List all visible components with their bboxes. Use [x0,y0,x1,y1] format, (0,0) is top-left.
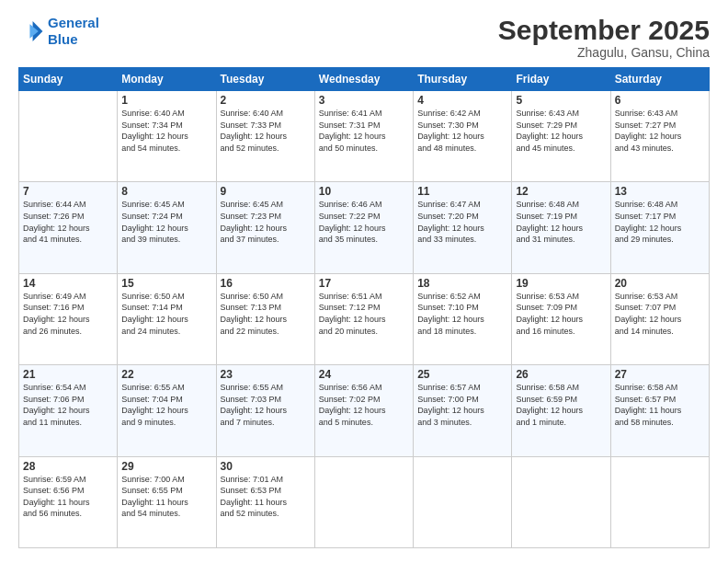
header-thursday: Thursday [414,68,512,91]
header-monday: Monday [118,68,216,91]
calendar-cell: 30Sunrise: 7:01 AM Sunset: 6:53 PM Dayli… [216,456,314,547]
calendar-cell: 25Sunrise: 6:57 AM Sunset: 7:00 PM Dayli… [414,365,512,456]
day-info: Sunrise: 7:01 AM Sunset: 6:53 PM Dayligh… [221,474,311,520]
header: General Blue September 2025 Zhagulu, Gan… [18,15,710,60]
calendar-cell [414,456,512,547]
day-info: Sunrise: 6:41 AM Sunset: 7:31 PM Dayligh… [319,108,409,154]
day-number: 5 [516,94,606,107]
calendar-cell: 20Sunrise: 6:53 AM Sunset: 7:07 PM Dayli… [610,273,709,364]
header-saturday: Saturday [610,68,709,91]
day-info: Sunrise: 6:45 AM Sunset: 7:23 PM Dayligh… [221,199,311,245]
day-info: Sunrise: 6:58 AM Sunset: 6:57 PM Dayligh… [615,382,705,428]
title-block: September 2025 Zhagulu, Gansu, China [498,15,710,60]
day-number: 26 [516,368,606,381]
calendar-cell: 16Sunrise: 6:50 AM Sunset: 7:13 PM Dayli… [216,273,314,364]
calendar-cell: 12Sunrise: 6:48 AM Sunset: 7:19 PM Dayli… [512,182,610,273]
week-row-4: 21Sunrise: 6:54 AM Sunset: 7:06 PM Dayli… [19,365,710,456]
logo: General Blue [18,15,99,48]
logo-line1: General [48,15,99,30]
calendar-cell: 4Sunrise: 6:42 AM Sunset: 7:30 PM Daylig… [414,91,512,182]
calendar-cell: 7Sunrise: 6:44 AM Sunset: 7:26 PM Daylig… [19,182,118,273]
week-row-2: 7Sunrise: 6:44 AM Sunset: 7:26 PM Daylig… [19,182,710,273]
day-number: 10 [319,185,409,198]
logo-icon [18,18,44,44]
calendar-cell: 3Sunrise: 6:41 AM Sunset: 7:31 PM Daylig… [314,91,413,182]
day-info: Sunrise: 6:43 AM Sunset: 7:27 PM Dayligh… [615,108,705,154]
calendar-cell: 28Sunrise: 6:59 AM Sunset: 6:56 PM Dayli… [19,456,118,547]
day-number: 18 [417,277,507,290]
calendar-cell: 1Sunrise: 6:40 AM Sunset: 7:34 PM Daylig… [118,91,216,182]
calendar-cell: 27Sunrise: 6:58 AM Sunset: 6:57 PM Dayli… [610,365,709,456]
calendar-body: 1Sunrise: 6:40 AM Sunset: 7:34 PM Daylig… [19,91,710,548]
day-number: 2 [221,94,311,107]
calendar-table: Sunday Monday Tuesday Wednesday Thursday… [18,67,710,548]
page: General Blue September 2025 Zhagulu, Gan… [0,0,728,563]
calendar-cell: 5Sunrise: 6:43 AM Sunset: 7:29 PM Daylig… [512,91,610,182]
calendar-cell: 19Sunrise: 6:53 AM Sunset: 7:09 PM Dayli… [512,273,610,364]
day-number: 20 [615,277,705,290]
week-row-5: 28Sunrise: 6:59 AM Sunset: 6:56 PM Dayli… [19,456,710,547]
day-info: Sunrise: 6:50 AM Sunset: 7:13 PM Dayligh… [221,291,311,337]
calendar-cell [610,456,709,547]
calendar-cell: 14Sunrise: 6:49 AM Sunset: 7:16 PM Dayli… [19,273,118,364]
calendar-cell: 29Sunrise: 7:00 AM Sunset: 6:55 PM Dayli… [118,456,216,547]
day-info: Sunrise: 6:54 AM Sunset: 7:06 PM Dayligh… [23,382,113,428]
day-number: 1 [121,94,211,107]
calendar-cell: 9Sunrise: 6:45 AM Sunset: 7:23 PM Daylig… [216,182,314,273]
day-number: 29 [121,460,211,473]
day-number: 14 [23,277,113,290]
day-number: 23 [221,368,311,381]
day-number: 24 [319,368,409,381]
day-info: Sunrise: 6:53 AM Sunset: 7:07 PM Dayligh… [615,291,705,337]
day-number: 9 [221,185,311,198]
day-number: 7 [23,185,113,198]
header-friday: Friday [512,68,610,91]
day-number: 6 [615,94,705,107]
day-info: Sunrise: 6:48 AM Sunset: 7:19 PM Dayligh… [516,199,606,245]
calendar-cell [19,91,118,182]
calendar-cell: 18Sunrise: 6:52 AM Sunset: 7:10 PM Dayli… [414,273,512,364]
calendar-cell: 21Sunrise: 6:54 AM Sunset: 7:06 PM Dayli… [19,365,118,456]
day-number: 25 [417,368,507,381]
logo-line2: Blue [48,31,78,47]
day-info: Sunrise: 6:42 AM Sunset: 7:30 PM Dayligh… [417,108,507,154]
day-info: Sunrise: 6:43 AM Sunset: 7:29 PM Dayligh… [516,108,606,154]
day-info: Sunrise: 7:00 AM Sunset: 6:55 PM Dayligh… [121,474,211,520]
header-sunday: Sunday [19,68,118,91]
month-title: September 2025 [498,15,710,45]
calendar-cell: 11Sunrise: 6:47 AM Sunset: 7:20 PM Dayli… [414,182,512,273]
calendar-cell [512,456,610,547]
day-info: Sunrise: 6:40 AM Sunset: 7:34 PM Dayligh… [121,108,211,154]
weekday-header-row: Sunday Monday Tuesday Wednesday Thursday… [19,68,710,91]
day-info: Sunrise: 6:47 AM Sunset: 7:20 PM Dayligh… [417,199,507,245]
day-info: Sunrise: 6:44 AM Sunset: 7:26 PM Dayligh… [23,199,113,245]
location-subtitle: Zhagulu, Gansu, China [498,45,710,60]
day-number: 8 [121,185,211,198]
day-number: 19 [516,277,606,290]
day-info: Sunrise: 6:50 AM Sunset: 7:14 PM Dayligh… [121,291,211,337]
day-number: 21 [23,368,113,381]
calendar-cell: 26Sunrise: 6:58 AM Sunset: 6:59 PM Dayli… [512,365,610,456]
day-number: 17 [319,277,409,290]
week-row-1: 1Sunrise: 6:40 AM Sunset: 7:34 PM Daylig… [19,91,710,182]
day-number: 28 [23,460,113,473]
header-wednesday: Wednesday [314,68,413,91]
day-number: 16 [221,277,311,290]
day-info: Sunrise: 6:58 AM Sunset: 6:59 PM Dayligh… [516,382,606,428]
day-number: 30 [221,460,311,473]
day-info: Sunrise: 6:40 AM Sunset: 7:33 PM Dayligh… [221,108,311,154]
day-info: Sunrise: 6:51 AM Sunset: 7:12 PM Dayligh… [319,291,409,337]
day-info: Sunrise: 6:57 AM Sunset: 7:00 PM Dayligh… [417,382,507,428]
day-number: 27 [615,368,705,381]
calendar-cell [314,456,413,547]
day-number: 3 [319,94,409,107]
calendar-cell: 6Sunrise: 6:43 AM Sunset: 7:27 PM Daylig… [610,91,709,182]
day-info: Sunrise: 6:45 AM Sunset: 7:24 PM Dayligh… [121,199,211,245]
day-info: Sunrise: 6:55 AM Sunset: 7:03 PM Dayligh… [221,382,311,428]
calendar-cell: 13Sunrise: 6:48 AM Sunset: 7:17 PM Dayli… [610,182,709,273]
day-info: Sunrise: 6:49 AM Sunset: 7:16 PM Dayligh… [23,291,113,337]
day-number: 12 [516,185,606,198]
calendar-cell: 2Sunrise: 6:40 AM Sunset: 7:33 PM Daylig… [216,91,314,182]
day-info: Sunrise: 6:53 AM Sunset: 7:09 PM Dayligh… [516,291,606,337]
calendar-cell: 15Sunrise: 6:50 AM Sunset: 7:14 PM Dayli… [118,273,216,364]
